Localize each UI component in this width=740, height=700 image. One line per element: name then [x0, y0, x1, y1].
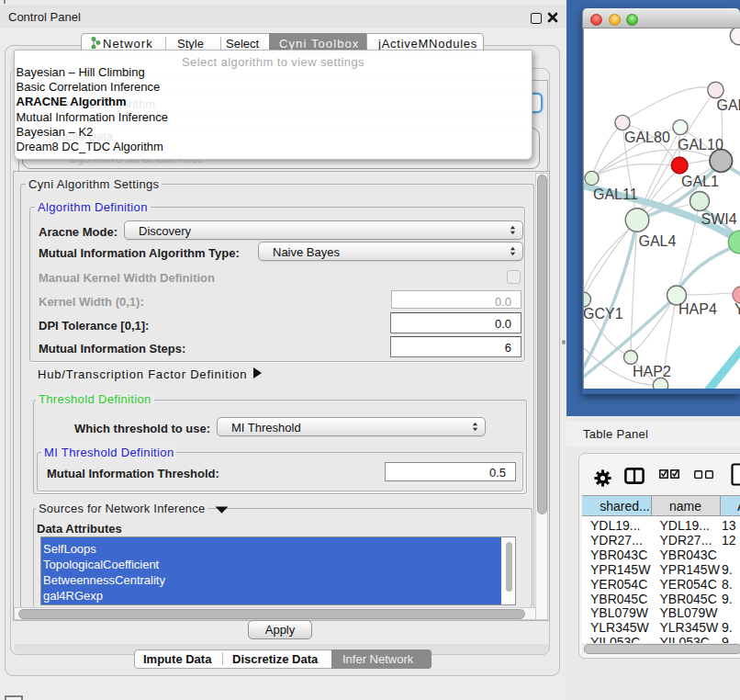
svg-text:Y: Y — [734, 301, 740, 317]
svg-text:HAP2: HAP2 — [633, 364, 671, 379]
svg-text:GAL80: GAL80 — [624, 130, 670, 145]
svg-text:GCY1: GCY1 — [583, 306, 623, 322]
svg-text:GAL11: GAL11 — [593, 186, 638, 202]
svg-text:HAP4: HAP4 — [678, 301, 717, 317]
svg-text:GAL4: GAL4 — [639, 233, 677, 249]
svg-text:GAL1: GAL1 — [681, 174, 719, 189]
svg-text:GAL: GAL — [717, 97, 740, 113]
svg-text:SWI4: SWI4 — [701, 211, 737, 227]
svg-text:GAL10: GAL10 — [678, 137, 723, 152]
